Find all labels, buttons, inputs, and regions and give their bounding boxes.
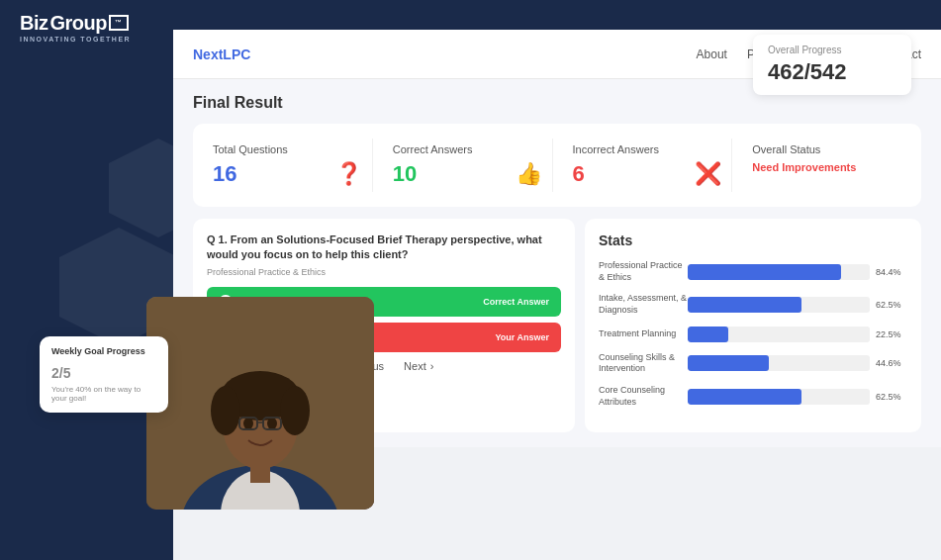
total-questions-label: Total Questions <box>213 143 362 155</box>
weekly-goal-sub: You're 40% on the way to your goal! <box>51 385 156 403</box>
svg-rect-13 <box>146 297 374 510</box>
bar-label-1: Intake, Assessment, & Diagnosis <box>599 293 688 316</box>
bar-label-2: Treatment Planning <box>599 328 688 340</box>
bar-pct-1: 62.5% <box>876 300 907 310</box>
person-silhouette <box>146 297 374 510</box>
progress-current: 462 <box>768 59 804 84</box>
incorrect-answers-label: Incorrect Answers <box>573 143 722 155</box>
logo-box: ™ <box>109 15 129 31</box>
bar-label-4: Core Counseling Attributes <box>599 385 688 408</box>
overall-progress-label: Overall Progress <box>768 45 896 55</box>
incorrect-icon: ❌ <box>695 161 721 187</box>
bar-label-3: Counseling Skills & Intervention <box>599 352 688 375</box>
bar-fill-4 <box>688 389 801 405</box>
your-answer-badge: Your Answer <box>495 332 549 342</box>
bar-track-4 <box>688 389 870 405</box>
nav-logo: NextLPC <box>193 47 250 62</box>
question-text: From an Solutions-Focused Brief Therapy … <box>207 233 542 260</box>
bar-label-0: Professional Practice & Ethics <box>599 260 688 283</box>
weekly-total: 5 <box>63 365 71 381</box>
overall-progress-value: 462/542 <box>768 59 896 85</box>
bar-track-1 <box>688 297 870 313</box>
incorrect-answers-value: 6 <box>573 161 585 187</box>
overall-progress-card: Overall Progress 462/542 <box>753 35 911 95</box>
correct-icon: 👍 <box>516 161 542 187</box>
overall-status-value: Need Improvements <box>752 161 901 173</box>
weekly-goal-title: Weekly Goal Progress <box>51 346 156 356</box>
bar-pct-0: 84.4% <box>876 267 907 277</box>
bar-pct-3: 44.6% <box>876 358 907 368</box>
overall-status-label: Overall Status <box>752 143 901 155</box>
bar-row-4: Core Counseling Attributes 62.5% <box>599 385 907 408</box>
bar-track-2 <box>688 327 870 342</box>
stats-cards-row: Total Questions 16 ❓ Correct Answers 10 … <box>193 124 921 207</box>
total-questions-card: Total Questions 16 ❓ <box>203 139 373 192</box>
bar-pct-2: 22.5% <box>876 329 907 339</box>
next-chevron-icon: › <box>430 360 434 372</box>
stats-panel: Stats Professional Practice & Ethics 84.… <box>585 219 921 432</box>
correct-answer-badge: Correct Answer <box>483 297 549 307</box>
correct-answers-value: 10 <box>393 161 417 187</box>
next-button[interactable]: Next › <box>404 360 433 372</box>
bar-fill-0 <box>688 264 841 280</box>
logo-group: Group <box>50 12 108 35</box>
bar-row-3: Counseling Skills & Intervention 44.6% <box>599 352 907 375</box>
logo-biz: Biz <box>20 12 48 35</box>
correct-answers-card: Correct Answers 10 👍 <box>383 139 553 192</box>
person-image <box>146 297 374 510</box>
weekly-current: 2 <box>51 365 59 381</box>
top-bg <box>0 0 941 30</box>
logo-tagline: INNOVATING TOGETHER <box>20 36 131 43</box>
question-category: Professional Practice & Ethics <box>207 267 561 277</box>
bar-fill-2 <box>688 327 728 342</box>
bar-row-1: Intake, Assessment, & Diagnosis 62.5% <box>599 293 907 316</box>
next-label: Next <box>404 360 426 372</box>
question-number: Q 1. <box>207 233 228 245</box>
bar-track-3 <box>688 355 870 371</box>
stats-title: Stats <box>599 233 907 248</box>
total-questions-value: 16 <box>213 161 236 187</box>
page-title: Final Result <box>193 94 921 112</box>
bar-row-0: Professional Practice & Ethics 84.4% <box>599 260 907 283</box>
weekly-goal-value: 2/5 <box>51 362 156 383</box>
bar-pct-4: 62.5% <box>876 392 907 402</box>
correct-answers-label: Correct Answers <box>393 143 542 155</box>
questions-icon: ❓ <box>335 161 362 187</box>
bar-row-2: Treatment Planning 22.5% <box>599 327 907 342</box>
bar-fill-3 <box>688 355 769 371</box>
bar-fill-1 <box>688 297 801 313</box>
incorrect-answers-card: Incorrect Answers 6 ❌ <box>563 139 733 192</box>
weekly-goal-card: Weekly Goal Progress 2/5 You're 40% on t… <box>40 336 168 413</box>
bar-track-0 <box>688 264 870 280</box>
question-header: Q 1. From an Solutions-Focused Brief The… <box>207 233 561 263</box>
bizgroup-logo: Biz Group ™ INNOVATING TOGETHER <box>20 12 131 43</box>
bars-container: Professional Practice & Ethics 84.4% Int… <box>599 260 907 409</box>
nav-about[interactable]: About <box>697 47 727 61</box>
progress-total: /542 <box>804 59 847 84</box>
overall-status-card: Overall Status Need Improvements <box>742 139 911 192</box>
